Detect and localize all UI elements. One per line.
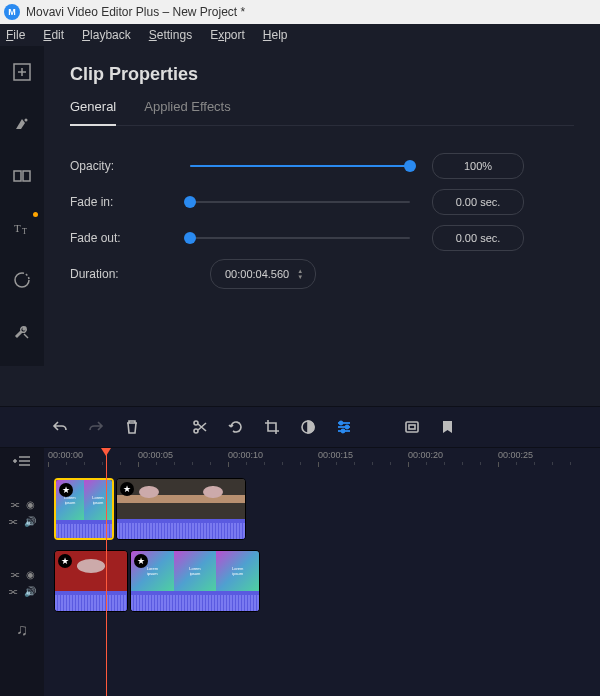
duration-field[interactable]: 00:00:04.560 ▲▼ [210,259,316,289]
track-headers: ⫘◉ ⫘🔊 ⫘◉ ⫘🔊 ♫ [0,448,44,696]
duration-spinner[interactable]: ▲▼ [297,260,307,288]
menu-export[interactable]: Export [210,28,245,42]
menu-file[interactable]: File [6,28,25,42]
transitions-icon[interactable] [8,162,36,190]
star-icon: ★ [134,554,148,568]
fadein-slider[interactable] [190,194,410,210]
clip-properties-panel: Clip Properties General Applied Effects … [44,46,600,366]
opacity-value: 100% [432,153,524,179]
tracks-area[interactable]: 00:00:0000:00:0500:00:1000:00:1500:00:20… [44,448,600,696]
eye-icon[interactable]: ◉ [26,499,35,510]
add-track-icon[interactable] [8,450,36,472]
opacity-slider[interactable] [190,158,410,174]
split-icon[interactable] [184,411,216,443]
svg-text:T: T [14,222,21,234]
duration-label: Duration: [70,267,190,281]
panel-tabs: General Applied Effects [70,99,574,126]
svg-rect-5 [23,171,30,181]
duration-value: 00:00:04.560 [225,268,289,280]
clip[interactable]: ★ [54,550,128,612]
svg-point-16 [346,426,349,429]
svg-rect-19 [409,425,415,429]
star-icon: ★ [120,482,134,496]
clip-properties-icon[interactable] [328,411,360,443]
timeline: ⫘◉ ⫘🔊 ⫘◉ ⫘🔊 ♫ 00:00:0000:00:0500:00:1000… [0,448,600,696]
undo-icon[interactable] [44,411,76,443]
svg-rect-4 [14,171,21,181]
video-track-2[interactable]: ★★LoremipsumLoremipsumLoremipsum [44,546,600,616]
menu-edit[interactable]: Edit [43,28,64,42]
delete-icon[interactable] [116,411,148,443]
link-icon[interactable]: ⫘ [10,569,20,580]
row-fadeout: Fade out: 0.00 sec. [70,220,574,256]
svg-point-15 [340,422,343,425]
left-sidebar: TT [0,46,44,366]
app-logo-icon: M [4,4,20,20]
marker-icon[interactable] [432,411,464,443]
speaker-icon[interactable]: 🔊 [24,516,36,527]
video-track-1[interactable]: ★LoremipsumLoremipsum★ [44,474,600,544]
stickers-icon[interactable] [8,266,36,294]
track-head-2: ⫘◉ ⫘🔊 [8,548,36,618]
crop-icon[interactable] [256,411,288,443]
menu-playback[interactable]: Playback [82,28,131,42]
clip[interactable]: ★LoremipsumLoremipsum [54,478,114,540]
audio-track[interactable] [44,618,600,642]
playhead[interactable] [106,448,107,696]
import-icon[interactable] [8,58,36,86]
tab-applied-effects[interactable]: Applied Effects [144,99,230,125]
clip[interactable]: ★LoremipsumLoremipsumLoremipsum [130,550,260,612]
clip[interactable]: ★ [116,478,246,540]
titles-icon[interactable]: TT [8,214,36,242]
panel-title: Clip Properties [70,64,574,85]
filters-icon[interactable] [8,110,36,138]
star-icon: ★ [58,554,72,568]
svg-point-10 [194,429,198,433]
window-title: Movavi Video Editor Plus – New Project * [26,5,245,19]
fadeout-slider[interactable] [190,230,410,246]
redo-icon[interactable] [80,411,112,443]
music-icon[interactable]: ♫ [16,621,28,639]
fadeout-label: Fade out: [70,231,190,245]
link-icon[interactable]: ⫘ [8,586,18,597]
fadeout-value: 0.00 sec. [432,225,524,251]
tab-general[interactable]: General [70,99,116,126]
row-fadein: Fade in: 0.00 sec. [70,184,574,220]
menu-help[interactable]: Help [263,28,288,42]
svg-rect-18 [406,422,418,432]
svg-point-3 [25,119,28,122]
record-voiceover-icon[interactable] [396,411,428,443]
track-head-1: ⫘◉ ⫘🔊 [8,478,36,548]
link-icon[interactable]: ⫘ [10,499,20,510]
opacity-label: Opacity: [70,159,190,173]
time-ruler[interactable]: 00:00:0000:00:0500:00:1000:00:1500:00:20… [44,448,600,474]
link-icon[interactable]: ⫘ [8,516,18,527]
svg-text:T: T [22,227,27,236]
speaker-icon[interactable]: 🔊 [24,586,36,597]
eye-icon[interactable]: ◉ [26,569,35,580]
star-icon: ★ [59,483,73,497]
menu-bar: File Edit Playback Settings Export Help [0,24,600,46]
color-adjust-icon[interactable] [292,411,324,443]
fadein-value: 0.00 sec. [432,189,524,215]
svg-line-8 [24,334,28,338]
row-duration: Duration: 00:00:04.560 ▲▼ [70,256,574,292]
fadein-label: Fade in: [70,195,190,209]
rotate-icon[interactable] [220,411,252,443]
svg-point-9 [194,421,198,425]
svg-point-17 [342,430,345,433]
timeline-toolbar [0,406,600,448]
menu-settings[interactable]: Settings [149,28,192,42]
track-head-audio: ♫ [16,618,28,642]
title-bar: M Movavi Video Editor Plus – New Project… [0,0,600,24]
more-tools-icon[interactable] [8,318,36,346]
row-opacity: Opacity: 100% [70,148,574,184]
